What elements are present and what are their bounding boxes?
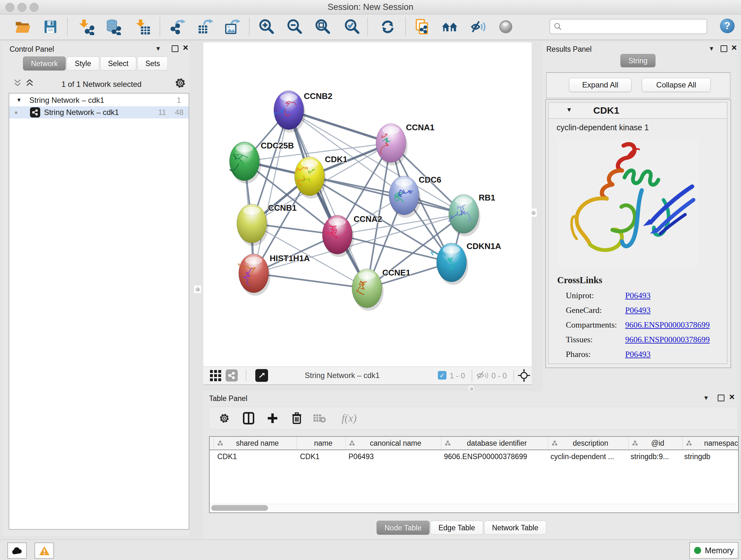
crosslink-link[interactable]: 9606.ENSP00000378699 <box>625 335 710 345</box>
bottom-splitter-handle[interactable] <box>468 385 475 392</box>
zoom-in-icon <box>258 18 275 35</box>
zoom-out-button[interactable] <box>285 17 304 37</box>
panel-collapse-icon[interactable]: ▾ <box>710 44 713 53</box>
crosslink-link[interactable]: 9606.ENSP00000378699 <box>625 320 710 330</box>
show-columns-button[interactable] <box>241 410 257 426</box>
panel-collapse-icon[interactable]: ▾ <box>156 44 160 53</box>
export-image-button[interactable] <box>223 17 242 37</box>
tab-network-table[interactable]: Network Table <box>484 521 546 535</box>
tab-sets[interactable]: Sets <box>137 57 168 71</box>
database-icon <box>105 18 122 35</box>
network-node-CCNB1[interactable]: CCNB1 <box>237 203 297 246</box>
homes-icon <box>441 18 458 35</box>
import-table-button[interactable] <box>133 17 152 37</box>
left-splitter-handle[interactable] <box>194 285 201 294</box>
table-row[interactable]: CDK1CDK1P064939606.ENSP00000378699cyclin… <box>210 450 738 463</box>
column-label: description <box>573 439 608 448</box>
network-row-selected[interactable]: ● String Network – cdk1 11 48 <box>9 106 189 118</box>
network-collection-row[interactable]: ▼ String Network – cdk1 1 <box>9 94 189 106</box>
column-header-canonical-name[interactable]: canonical name <box>346 437 441 449</box>
column-header-database-identifier[interactable]: database identifier <box>441 437 548 449</box>
function-builder-button[interactable]: f(x) <box>336 410 362 426</box>
refresh-layout-button[interactable] <box>379 17 397 37</box>
column-header-description[interactable]: description <box>548 437 629 449</box>
zoom-fit-button[interactable] <box>313 17 332 37</box>
network-node-RB1[interactable]: RB1 <box>449 193 495 236</box>
network-canvas[interactable]: CCNB2CCNA1CDC25BCDK1CDC6RB1CCNB1CCNA2CDK… <box>203 43 532 367</box>
search-field[interactable] <box>549 19 707 34</box>
hide-panels-button[interactable] <box>469 17 488 37</box>
panel-collapse-icon[interactable]: ▾ <box>704 394 708 402</box>
node-table[interactable]: shared namenamecanonical namedatabase id… <box>209 436 739 513</box>
panel-float-icon[interactable] <box>721 45 727 52</box>
panel-close-icon[interactable]: × <box>183 45 188 51</box>
create-column-button[interactable] <box>265 410 280 426</box>
crosslinks-title: CrossLinks <box>557 275 602 286</box>
expand-all-icon[interactable] <box>25 78 35 87</box>
export-network-button[interactable] <box>169 17 188 37</box>
network-node-HIST1H1A[interactable]: HIST1H1A <box>239 253 310 296</box>
gear-icon[interactable] <box>174 77 186 89</box>
panel-close-icon[interactable]: × <box>731 45 737 51</box>
help-button[interactable]: ? <box>720 18 735 33</box>
tab-select[interactable]: Select <box>100 57 137 71</box>
edge-HIST1H1A-CCNE1[interactable] <box>254 273 367 288</box>
network-node-CDKN1A[interactable]: CDKN1A <box>431 241 501 285</box>
column-label: @id <box>651 439 664 448</box>
column-header-shared-name[interactable]: shared name <box>214 437 297 449</box>
column-header-name[interactable]: name <box>297 437 346 449</box>
tab-network[interactable]: Network <box>23 57 66 71</box>
session-home-button[interactable] <box>441 17 459 37</box>
grid-view-icon[interactable] <box>210 370 222 381</box>
warnings-button[interactable] <box>35 543 54 559</box>
gene-card-header[interactable]: ▼ CDK1 <box>549 103 727 119</box>
memory-button[interactable]: Memory <box>689 542 738 559</box>
horizontal-scrollbar[interactable] <box>210 504 736 512</box>
scrollbar-thumb[interactable] <box>211 505 268 511</box>
network-share-icon[interactable] <box>226 369 238 381</box>
crosshair-icon[interactable] <box>518 369 530 382</box>
tree-expander-icon[interactable]: ▼ <box>16 97 22 104</box>
panel-float-icon[interactable] <box>718 395 724 401</box>
delete-table-button[interactable] <box>312 410 327 426</box>
import-from-database-button[interactable] <box>104 17 123 37</box>
gene-result-card: ▼ CDK1 cyclin-dependent kinase 1 <box>548 102 727 364</box>
tab-edge-table[interactable]: Edge Table <box>430 521 483 535</box>
collapse-all-button[interactable]: Collapse All <box>642 78 711 92</box>
panel-close-icon[interactable]: × <box>729 394 735 400</box>
selected-checkbox-icon[interactable]: ✓ <box>438 371 447 380</box>
column-header-namespace[interactable]: namespace <box>683 437 739 449</box>
zoom-selected-button[interactable] <box>343 17 361 37</box>
column-header-selector[interactable] <box>210 437 214 449</box>
collapse-all-icon[interactable] <box>13 78 23 87</box>
section-expander-icon[interactable]: ▼ <box>566 106 572 113</box>
panel-float-icon[interactable] <box>172 45 179 52</box>
table-settings-button[interactable] <box>216 410 232 426</box>
save-session-button[interactable] <box>41 17 60 37</box>
tab-string[interactable]: String <box>620 54 656 67</box>
presentation-mode-button[interactable] <box>496 17 515 37</box>
network-node-CDC25B[interactable]: CDC25B <box>229 141 294 184</box>
delete-column-button[interactable] <box>289 410 305 426</box>
open-session-button[interactable] <box>13 17 32 37</box>
export-table-button[interactable] <box>196 17 215 37</box>
tab-style[interactable]: Style <box>67 57 99 71</box>
import-network-button[interactable] <box>77 17 96 37</box>
network-node-CCNE1[interactable]: CCNE1 <box>352 268 410 311</box>
cloud-status-button[interactable] <box>7 543 27 559</box>
clone-network-button[interactable] <box>413 17 431 37</box>
zoom-in-button[interactable] <box>257 17 276 37</box>
crosslink-link[interactable]: P06493 <box>625 350 650 359</box>
network-node-CCNB2[interactable]: CCNB2 <box>274 91 333 132</box>
export-network-icon <box>170 18 187 35</box>
network-node-CDK1[interactable]: CDK1 <box>294 154 347 199</box>
crosslink-link[interactable]: P06493 <box>625 306 650 315</box>
crosslink-link[interactable]: P06493 <box>625 291 650 300</box>
network-view[interactable]: CCNB2CCNA1CDC25BCDK1CDC6RB1CCNB1CCNA2CDK… <box>203 43 532 367</box>
search-input[interactable] <box>564 20 703 32</box>
tab-node-table[interactable]: Node Table <box>377 521 429 535</box>
birdseye-view-icon[interactable] <box>255 369 268 382</box>
expand-all-button[interactable]: Expand All <box>569 78 631 92</box>
column-header-@id[interactable]: @id <box>629 437 683 449</box>
network-node-CCNA1[interactable]: CCNA1 <box>376 123 434 165</box>
